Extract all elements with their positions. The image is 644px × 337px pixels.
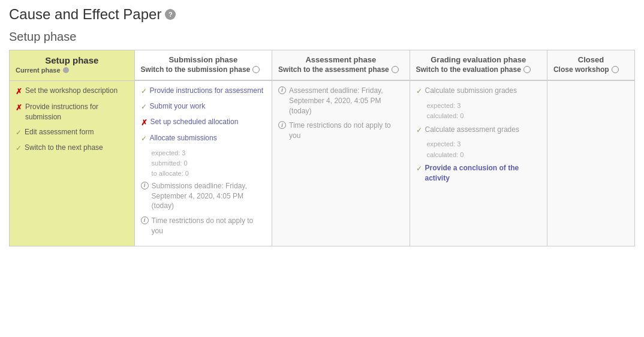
task-set-description: ✗ Set the workshop description [16, 86, 128, 97]
page-title: Cause and Effect Paper ? [9, 6, 635, 23]
task-calc-assessment-grades: ✓ Calculate assessment grades [416, 125, 541, 136]
switch-assessment-text: Switch to the assessment phase [278, 65, 389, 74]
assessment-radio[interactable] [392, 66, 399, 73]
task-assessment-time-restriction: i Time restrictions do not apply to you [278, 121, 403, 141]
switch-submission-link[interactable]: Switch to the submission phase [141, 65, 251, 74]
x-icon: ✗ [16, 86, 22, 97]
check-icon: ✓ [141, 134, 147, 144]
task-provide-instructions-submission: ✗ Provide instructions for submission [16, 102, 128, 122]
submission-radio[interactable] [252, 66, 260, 73]
phases-table: Setup phase Current phase Submission pha… [9, 50, 635, 246]
calc-assess-expected: expected: 3 [427, 140, 541, 149]
submission-phase-title: Submission phase [141, 55, 266, 64]
grading-phase-title: Grading evaluation phase [416, 55, 541, 64]
submission-phase-body: ✓ Provide instructions for assessment ✓ … [134, 81, 272, 246]
allocate-sub-to-allocate: to allocate: 0 [152, 169, 266, 178]
current-phase-dot [63, 67, 69, 73]
task-setup-scheduled: ✗ Set up scheduled allocation [141, 117, 266, 128]
allocate-submissions-link[interactable]: Allocate submissions [150, 133, 217, 143]
task-provide-instructions-assessment: ✓ Provide instructions for assessment [141, 86, 266, 97]
task-submit-work: ✓ Submit your work [141, 101, 266, 112]
assessment-phase-header: Assessment phase Switch to the assessmen… [272, 50, 410, 81]
info-icon: i [278, 86, 286, 94]
check-icon: ✓ [16, 128, 22, 138]
closed-phase-header: Closed Close workshop [547, 50, 634, 81]
section-subtitle: Setup phase [9, 30, 635, 44]
assessment-phase-body: i Assessment deadline: Friday, September… [272, 81, 410, 246]
setup-phase-header: Setup phase Current phase [10, 50, 135, 81]
task-switch-next-phase: ✓ Switch to the next phase [16, 143, 128, 154]
info-icon: i [141, 182, 149, 189]
setup-phase-title: Setup phase [45, 55, 98, 65]
check-icon: ✓ [141, 86, 147, 97]
task-edit-assessment: ✓ Edit assessment form [16, 127, 128, 138]
grading-phase-body: ✓ Calculate submission grades expected: … [410, 81, 547, 246]
check-icon: ✓ [16, 143, 22, 154]
task-provide-conclusion: ✓ Provide a conclusion of the activity [416, 163, 541, 183]
submission-phase-header: Submission phase Switch to the submissio… [134, 50, 272, 81]
allocate-sub-submitted: submitted: 0 [152, 159, 266, 168]
help-icon[interactable]: ? [165, 9, 176, 20]
setup-phase-body: ✗ Set the workshop description ✗ Provide… [10, 81, 135, 246]
check-icon: ✓ [416, 125, 422, 136]
info-icon: i [278, 121, 286, 129]
switch-closed-text: Close workshop [553, 65, 609, 74]
x-icon: ✗ [141, 118, 148, 128]
provide-conclusion-link[interactable]: Provide a conclusion of the activity [425, 163, 541, 183]
closed-phase-title: Closed [553, 55, 628, 64]
task-allocate-submissions: ✓ Allocate submissions [141, 133, 266, 144]
assessment-phase-title: Assessment phase [278, 55, 403, 64]
check-icon: ✓ [416, 164, 422, 174]
grading-radio[interactable] [523, 66, 531, 73]
task-submission-deadline: i Submissions deadline: Friday, Septembe… [141, 181, 266, 211]
task-calc-submission-grades: ✓ Calculate submission grades [416, 86, 541, 97]
calc-sub-calculated: calculated: 0 [427, 112, 541, 121]
provide-instructions-assessment-link[interactable]: Provide instructions for assessment [150, 86, 263, 96]
grading-phase-header: Grading evaluation phase Switch to the e… [410, 50, 547, 81]
info-icon: i [141, 216, 149, 224]
closed-radio[interactable] [612, 66, 619, 73]
x-icon: ✗ [16, 103, 22, 113]
task-assessment-deadline: i Assessment deadline: Friday, September… [278, 86, 403, 116]
current-phase-label: Current phase [16, 67, 128, 74]
allocate-sub-expected: expected: 3 [152, 149, 266, 158]
check-icon: ✓ [141, 102, 147, 112]
task-submission-time-restriction: i Time restrictions do not apply to you [141, 216, 266, 236]
calc-sub-expected: expected: 3 [427, 101, 541, 110]
check-icon: ✓ [416, 86, 422, 97]
setup-scheduled-link[interactable]: Set up scheduled allocation [151, 117, 239, 127]
closed-phase-body [547, 81, 634, 246]
switch-grading-text: Switch to the evaluation phase [416, 65, 521, 74]
submit-work-link[interactable]: Submit your work [150, 101, 206, 112]
calc-assess-calculated: calculated: 0 [427, 151, 541, 160]
